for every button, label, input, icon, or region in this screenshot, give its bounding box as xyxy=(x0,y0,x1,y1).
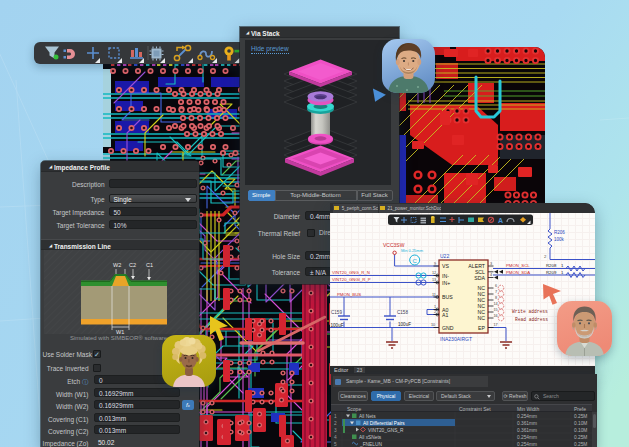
svg-text:W1: W1 xyxy=(116,329,124,334)
svg-text:2: 2 xyxy=(334,421,337,426)
svg-text:0.361mm: 0.361mm xyxy=(517,421,537,426)
svg-text:1: 1 xyxy=(561,270,564,275)
svg-text:1: 1 xyxy=(434,305,436,309)
svg-text:C158: C158 xyxy=(397,310,408,315)
svg-text:0.254mm: 0.254mm xyxy=(517,442,537,447)
svg-text:C2: C2 xyxy=(129,262,136,268)
svg-text:R206: R206 xyxy=(554,230,565,235)
svg-text:11: 11 xyxy=(432,293,436,297)
svg-text:0.25M: 0.25M xyxy=(574,414,587,419)
svg-text:0.25M: 0.25M xyxy=(574,442,587,447)
svg-text:6: 6 xyxy=(495,284,497,288)
svg-text:0.254mm: 0.254mm xyxy=(517,435,537,440)
svg-text:0.254mm: 0.254mm xyxy=(517,414,537,419)
svg-text:C1: C1 xyxy=(146,262,153,268)
svg-text:A: A xyxy=(498,217,503,224)
svg-text:4: 4 xyxy=(490,273,492,277)
svg-text:VINT20_GNGI_R_P: VINT20_GNGI_R_P xyxy=(332,277,371,282)
svg-text:_FNELUN: _FNELUN xyxy=(359,442,382,447)
svg-text:17: 17 xyxy=(494,323,498,327)
svg-text:Min 0.25mm: Min 0.25mm xyxy=(401,248,424,253)
svg-text:1: 1 xyxy=(334,414,337,419)
svg-text:1: 1 xyxy=(561,263,564,268)
svg-text:5: 5 xyxy=(334,442,337,447)
svg-text:VS: VS xyxy=(442,263,449,269)
svg-text:Write address: Write address xyxy=(512,309,548,314)
svg-text:INA230AIRGT: INA230AIRGT xyxy=(440,336,472,342)
svg-text:C: C xyxy=(413,258,418,264)
svg-text:NC: NC xyxy=(478,315,486,321)
svg-text:13: 13 xyxy=(432,278,436,282)
svg-text:4: 4 xyxy=(334,435,337,440)
svg-text:3: 3 xyxy=(334,428,337,433)
svg-text:W2: W2 xyxy=(113,262,121,268)
svg-text:0.25M: 0.25M xyxy=(574,435,587,440)
svg-text:All Differential Pairs: All Differential Pairs xyxy=(363,421,405,426)
svg-text:0.361mm: 0.361mm xyxy=(517,428,537,433)
svg-text:R208: R208 xyxy=(546,263,557,268)
svg-text:A1: A1 xyxy=(442,312,448,318)
svg-text:IN-: IN- xyxy=(442,273,449,279)
svg-text:7: 7 xyxy=(495,290,497,294)
svg-text:PMON_SDA: PMON_SDA xyxy=(506,270,530,275)
svg-text:9: 9 xyxy=(434,262,436,266)
svg-text:10: 10 xyxy=(431,323,435,327)
svg-text:Read address: Read address xyxy=(515,317,548,322)
svg-text:R209: R209 xyxy=(546,270,557,275)
svg-text:100uF: 100uF xyxy=(331,323,344,328)
svg-text:PMON_BUS: PMON_BUS xyxy=(337,292,361,297)
svg-text:PMON_SCL: PMON_SCL xyxy=(506,263,530,268)
svg-text:VINT20_GNG_R_N: VINT20_GNG_R_N xyxy=(332,270,370,275)
svg-text:GND: GND xyxy=(442,325,454,331)
svg-text:SDA: SDA xyxy=(474,275,485,281)
svg-text:C159: C159 xyxy=(331,310,342,315)
svg-text:3: 3 xyxy=(490,262,492,266)
svg-text:BUS: BUS xyxy=(442,294,453,300)
svg-text:12: 12 xyxy=(432,271,436,275)
svg-text:100k: 100k xyxy=(554,237,565,242)
svg-text:8: 8 xyxy=(495,296,497,300)
svg-text:All xSNets: All xSNets xyxy=(359,435,382,440)
svg-text:2: 2 xyxy=(544,254,547,259)
svg-text:2: 2 xyxy=(434,310,436,314)
svg-text:14: 14 xyxy=(494,302,498,306)
svg-text:16: 16 xyxy=(494,314,498,318)
svg-text:0.10M: 0.10M xyxy=(574,428,587,433)
svg-text:0.10M: 0.10M xyxy=(574,421,587,426)
svg-text:U22: U22 xyxy=(440,253,449,259)
svg-text:All Nets: All Nets xyxy=(359,414,376,419)
svg-text:VINT20_GNS_R: VINT20_GNS_R xyxy=(368,428,404,433)
svg-text:15: 15 xyxy=(494,308,498,312)
svg-text:IN+: IN+ xyxy=(442,280,450,286)
svg-text:100uF: 100uF xyxy=(398,322,411,327)
svg-text:EP: EP xyxy=(478,325,485,331)
